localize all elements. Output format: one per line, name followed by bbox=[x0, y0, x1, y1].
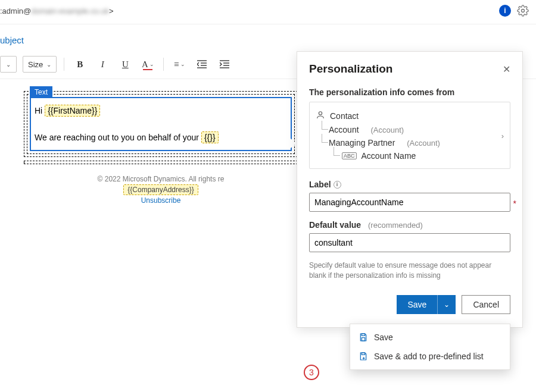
callout-badge-3: 3 bbox=[304, 365, 319, 380]
selected-text-block[interactable]: Text Hi {{FirstName}} We are reaching ou… bbox=[30, 97, 292, 151]
tree-node-contact[interactable]: Contact bbox=[316, 108, 504, 123]
email-body-text[interactable]: Hi {{FirstName}} We are reaching out to … bbox=[35, 104, 287, 144]
personalization-token[interactable]: {{FirstName}} bbox=[45, 105, 100, 117]
font-size-dropdown[interactable]: Size⌄ bbox=[23, 56, 57, 73]
chevron-down-icon: ⌄ bbox=[149, 61, 154, 67]
menu-item-save-add[interactable]: Save & add to pre-defined list bbox=[350, 347, 510, 366]
subject-tab[interactable]: ubject bbox=[0, 24, 536, 54]
save-icon bbox=[359, 333, 368, 342]
svg-rect-11 bbox=[362, 337, 364, 340]
indent-button[interactable] bbox=[216, 56, 233, 73]
svg-rect-10 bbox=[362, 334, 364, 335]
svg-rect-12 bbox=[362, 353, 364, 355]
personalization-panel: Personalization ✕ The personalization in… bbox=[297, 51, 523, 328]
data-source-tree[interactable]: Contact Account (Account) Managing Partn… bbox=[309, 102, 510, 169]
element-type-badge: Text bbox=[30, 86, 52, 98]
bold-button[interactable]: B bbox=[71, 56, 88, 73]
drop-zone[interactable] bbox=[24, 161, 298, 164]
default-value-help: Specify default value to ensure message … bbox=[309, 261, 510, 281]
align-button[interactable]: ≡⌄ bbox=[171, 56, 188, 73]
toolbar-divider bbox=[163, 58, 164, 71]
svg-point-9 bbox=[319, 112, 322, 115]
underline-button[interactable]: U bbox=[117, 56, 133, 73]
info-icon[interactable]: i bbox=[499, 5, 511, 17]
svg-point-0 bbox=[522, 10, 525, 12]
cancel-button[interactable]: Cancel bbox=[462, 295, 510, 314]
save-button[interactable]: Save bbox=[397, 295, 438, 314]
personalization-token-active[interactable]: {{}} bbox=[201, 131, 219, 143]
default-value-input[interactable] bbox=[309, 233, 510, 252]
field-type-icon: ABC bbox=[342, 152, 357, 159]
from-address: :admin@domain-example.co.uk> bbox=[0, 7, 114, 15]
outdent-button[interactable] bbox=[194, 56, 210, 73]
chevron-down-icon: ⌄ bbox=[6, 61, 11, 68]
info-icon[interactable]: i bbox=[334, 181, 341, 189]
label-field-label: Label i bbox=[309, 180, 510, 189]
menu-item-save[interactable]: Save bbox=[350, 328, 510, 347]
company-address-token[interactable]: {{CompanyAddress}} bbox=[123, 184, 198, 195]
gear-icon[interactable] bbox=[517, 5, 529, 17]
footer-copyright: © 2022 Microsoft Dynamics. All rights re bbox=[24, 175, 298, 183]
label-input[interactable] bbox=[309, 193, 510, 212]
tree-node-account[interactable]: Account (Account) bbox=[316, 123, 504, 136]
save-dropdown-menu: Save Save & add to pre-defined list bbox=[350, 324, 510, 370]
required-indicator: * bbox=[513, 199, 516, 208]
toolbar-divider bbox=[64, 58, 64, 71]
chevron-down-icon: ⌄ bbox=[46, 61, 51, 68]
tree-node-account-name[interactable]: ABC Account Name bbox=[316, 149, 504, 162]
panel-title: Personalization bbox=[309, 62, 392, 76]
person-icon bbox=[316, 110, 325, 121]
font-family-dropdown[interactable]: ⌄ bbox=[0, 56, 17, 73]
source-section-label: The personalization info comes from bbox=[309, 87, 510, 97]
chevron-down-icon: ⌄ bbox=[180, 61, 185, 67]
font-color-button[interactable]: A⌄ bbox=[139, 56, 156, 73]
default-value-label: Default value (recommended) bbox=[309, 220, 510, 230]
tree-node-managing-partner[interactable]: Managing Partner (Account) bbox=[316, 136, 504, 149]
save-add-icon bbox=[359, 352, 368, 361]
chevron-right-icon[interactable]: › bbox=[501, 131, 504, 140]
italic-button[interactable]: I bbox=[94, 56, 111, 73]
close-icon[interactable]: ✕ bbox=[503, 64, 510, 75]
save-split-button[interactable]: ⌄ bbox=[438, 295, 456, 314]
unsubscribe-link[interactable]: Unsubscribe bbox=[24, 196, 298, 205]
chevron-down-icon: ⌄ bbox=[444, 300, 450, 309]
